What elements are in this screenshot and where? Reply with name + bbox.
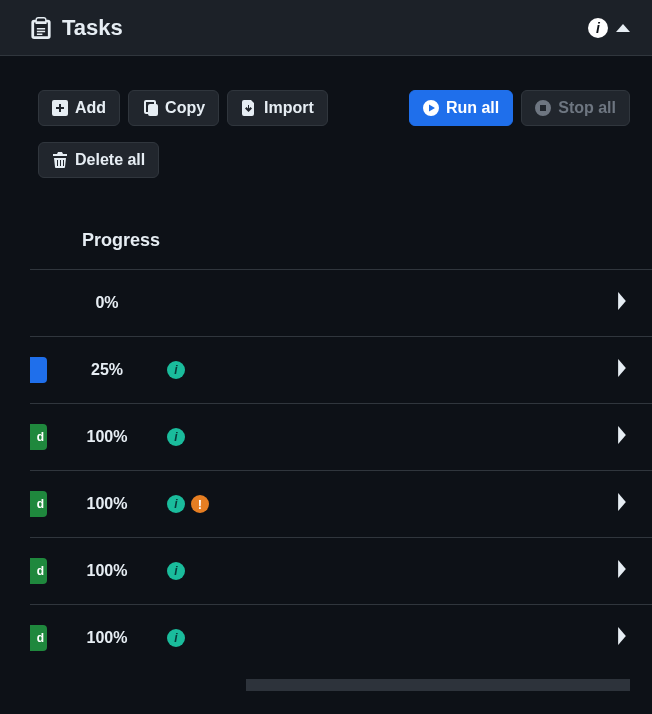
status-chip: d bbox=[30, 625, 47, 651]
progress-value: 100% bbox=[47, 428, 167, 446]
table-row: d100%i bbox=[30, 537, 652, 604]
progress-value: 100% bbox=[47, 629, 167, 647]
header-left: Tasks bbox=[30, 15, 123, 41]
import-button[interactable]: Import bbox=[227, 90, 328, 126]
horizontal-scrollbar-thumb[interactable] bbox=[30, 679, 246, 691]
panel-title: Tasks bbox=[62, 15, 123, 41]
trash-icon bbox=[52, 152, 68, 168]
table-row: 0% bbox=[30, 269, 652, 336]
copy-button-label: Copy bbox=[165, 99, 205, 117]
clipboard-icon bbox=[30, 17, 52, 39]
status-chip bbox=[30, 290, 47, 316]
stop-circle-icon bbox=[535, 100, 551, 116]
import-icon bbox=[241, 100, 257, 116]
row-status-icons: i! bbox=[167, 495, 209, 513]
progress-value: 100% bbox=[47, 495, 167, 513]
table-row: d100%i! bbox=[30, 470, 652, 537]
row-status-icons: i bbox=[167, 361, 185, 379]
progress-value: 100% bbox=[47, 562, 167, 580]
run-all-button-label: Run all bbox=[446, 99, 499, 117]
warning-icon[interactable]: ! bbox=[191, 495, 209, 513]
run-all-button[interactable]: Run all bbox=[409, 90, 513, 126]
row-status-icons: i bbox=[167, 629, 185, 647]
status-chip bbox=[30, 357, 47, 383]
delete-all-button-label: Delete all bbox=[75, 151, 145, 169]
expand-chevron-icon[interactable] bbox=[616, 359, 628, 381]
table-row: d100%i bbox=[30, 604, 652, 671]
row-status-icons: i bbox=[167, 562, 185, 580]
play-circle-icon bbox=[423, 100, 439, 116]
progress-value: 25% bbox=[47, 361, 167, 379]
horizontal-scrollbar[interactable] bbox=[30, 679, 630, 691]
copy-button[interactable]: Copy bbox=[128, 90, 219, 126]
stop-all-button-label: Stop all bbox=[558, 99, 616, 117]
row-status-icons: i bbox=[167, 428, 185, 446]
progress-value: 0% bbox=[47, 294, 167, 312]
stop-all-button[interactable]: Stop all bbox=[521, 90, 630, 126]
status-chip: d bbox=[30, 491, 47, 517]
expand-chevron-icon[interactable] bbox=[616, 560, 628, 582]
copy-icon bbox=[142, 100, 158, 116]
info-icon[interactable]: i bbox=[167, 629, 185, 647]
add-button[interactable]: Add bbox=[38, 90, 120, 126]
task-table: Progress 0%25%id100%id100%i!d100%id100%i bbox=[0, 230, 652, 671]
expand-chevron-icon[interactable] bbox=[616, 426, 628, 448]
expand-chevron-icon[interactable] bbox=[616, 627, 628, 649]
info-icon[interactable]: i bbox=[167, 495, 185, 513]
add-button-label: Add bbox=[75, 99, 106, 117]
plus-square-icon bbox=[52, 100, 68, 116]
header-right: i bbox=[588, 18, 630, 38]
column-header-progress: Progress bbox=[30, 230, 652, 269]
collapse-caret-icon[interactable] bbox=[616, 24, 630, 32]
import-button-label: Import bbox=[264, 99, 314, 117]
status-chip: d bbox=[30, 558, 47, 584]
info-icon[interactable]: i bbox=[588, 18, 608, 38]
info-icon[interactable]: i bbox=[167, 361, 185, 379]
header-bar: Tasks i bbox=[0, 0, 652, 56]
table-row: 25%i bbox=[30, 336, 652, 403]
delete-all-button[interactable]: Delete all bbox=[38, 142, 159, 178]
status-chip: d bbox=[30, 424, 47, 450]
table-row: d100%i bbox=[30, 403, 652, 470]
expand-chevron-icon[interactable] bbox=[616, 292, 628, 314]
expand-chevron-icon[interactable] bbox=[616, 493, 628, 515]
info-icon[interactable]: i bbox=[167, 428, 185, 446]
toolbar-spacer bbox=[336, 90, 401, 126]
toolbar: Add Copy Import Run all Stop all Delete … bbox=[0, 76, 652, 192]
info-icon[interactable]: i bbox=[167, 562, 185, 580]
panel-body: Add Copy Import Run all Stop all Delete … bbox=[0, 56, 652, 691]
